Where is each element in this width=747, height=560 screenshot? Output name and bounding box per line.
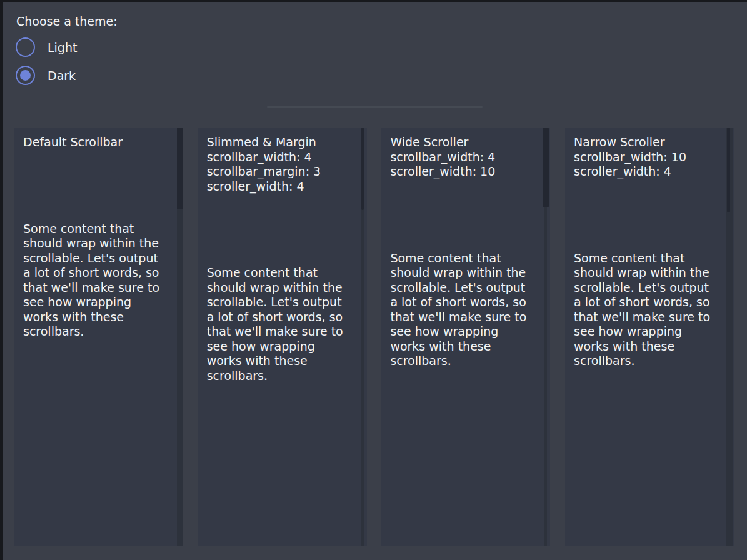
panel-title: Wide Scroller xyxy=(390,128,541,150)
panel-title: Slimmed & Margin xyxy=(207,128,358,150)
panel-config: scrollbar_width: 4 scrollbar_margin: 3 s… xyxy=(207,150,358,194)
panel-title: Default Scrollbar xyxy=(23,128,174,150)
panel-content-text: Some content that should wrap within the… xyxy=(390,251,533,369)
panel-content-text: Some content that should wrap within the… xyxy=(207,266,349,383)
panel-narrow-scroller[interactable]: Narrow Scroller scrollbar_width: 10 scro… xyxy=(565,128,734,546)
window-frame-left xyxy=(0,0,3,560)
panels-row: Default Scrollbar Some content that shou… xyxy=(14,128,734,546)
radio-label: Light xyxy=(48,41,77,54)
panel-config: scrollbar_width: 4 scroller_width: 10 xyxy=(390,150,541,179)
radio-option-light[interactable]: Light xyxy=(16,38,77,57)
radio-option-dark[interactable]: Dark xyxy=(16,66,76,85)
radio-dot-icon xyxy=(20,70,31,81)
scrollbar-thumb[interactable] xyxy=(361,128,364,210)
radio-dot-icon xyxy=(20,42,31,52)
radio-icon[interactable] xyxy=(16,66,35,85)
panel-wide-scroller[interactable]: Wide Scroller scrollbar_width: 4 scrolle… xyxy=(381,128,550,546)
radio-label: Dark xyxy=(48,69,76,82)
panel-title: Narrow Scroller xyxy=(574,128,725,150)
divider xyxy=(267,106,483,108)
radio-icon[interactable] xyxy=(16,38,35,57)
scrollbar-thumb[interactable] xyxy=(727,128,730,212)
scrollbar-thumb[interactable] xyxy=(543,128,549,208)
panel-content-text: Some content that should wrap within the… xyxy=(23,222,166,339)
scrollbar-thumb[interactable] xyxy=(177,128,183,209)
panel-default-scrollbar[interactable]: Default Scrollbar Some content that shou… xyxy=(14,128,183,546)
panel-content-text: Some content that should wrap within the… xyxy=(574,251,716,369)
panel-slimmed-margin[interactable]: Slimmed & Margin scrollbar_width: 4 scro… xyxy=(198,128,367,546)
window-frame-top xyxy=(0,0,747,2)
theme-chooser-label: Choose a theme: xyxy=(16,14,118,29)
panel-config: scrollbar_width: 10 scroller_width: 4 xyxy=(574,150,725,179)
